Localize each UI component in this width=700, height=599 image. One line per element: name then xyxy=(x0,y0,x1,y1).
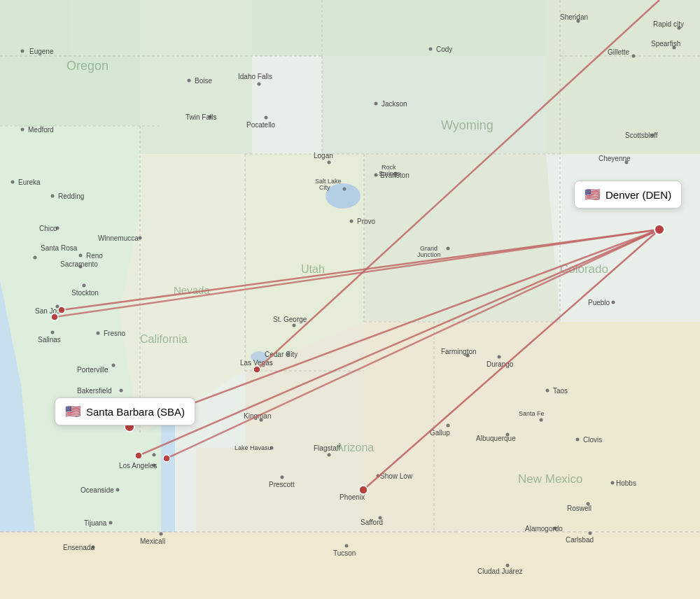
svg-point-66 xyxy=(188,79,191,83)
svg-text:Twin Falls: Twin Falls xyxy=(186,113,216,121)
sba-label: Santa Barbara (SBA) xyxy=(86,406,185,418)
svg-text:Bakersfield: Bakersfield xyxy=(77,387,111,395)
svg-text:California: California xyxy=(140,333,188,345)
svg-point-90 xyxy=(447,247,450,251)
svg-text:Winnemucca: Winnemucca xyxy=(98,234,139,242)
svg-point-121 xyxy=(540,418,543,422)
svg-text:Tijuana: Tijuana xyxy=(84,519,107,527)
svg-text:Safford: Safford xyxy=(360,519,383,526)
svg-text:Wyoming: Wyoming xyxy=(441,118,493,132)
svg-text:Clovis: Clovis xyxy=(583,436,602,444)
svg-text:Santa Rosa: Santa Rosa xyxy=(41,244,78,252)
svg-text:Fresno: Fresno xyxy=(104,330,126,337)
svg-text:City: City xyxy=(319,184,330,191)
svg-point-182 xyxy=(135,452,142,459)
svg-text:Jackson: Jackson xyxy=(382,100,407,108)
svg-point-36 xyxy=(21,50,24,53)
svg-point-64 xyxy=(139,237,142,240)
denver-label: Denver (DEN) xyxy=(606,189,671,201)
svg-text:Rapid city: Rapid city xyxy=(653,20,684,28)
svg-text:Ciudad Juárez: Ciudad Juárez xyxy=(477,568,522,575)
svg-point-119 xyxy=(546,389,550,393)
svg-marker-18 xyxy=(0,532,434,599)
svg-text:Utah: Utah xyxy=(301,263,325,275)
svg-text:Idaho Falls: Idaho Falls xyxy=(238,73,272,80)
svg-text:Taos: Taos xyxy=(553,387,568,395)
svg-point-99 xyxy=(281,476,284,479)
svg-text:Phoenix: Phoenix xyxy=(340,493,365,501)
svg-point-180 xyxy=(58,306,65,313)
svg-text:St. George: St. George xyxy=(273,316,307,323)
svg-text:Gillette: Gillette xyxy=(608,48,630,56)
svg-point-88 xyxy=(429,48,433,51)
svg-point-56 xyxy=(51,331,55,334)
svg-point-123 xyxy=(576,438,580,442)
svg-point-147 xyxy=(506,564,510,568)
svg-text:Arizona: Arizona xyxy=(336,442,374,453)
svg-text:Provo: Provo xyxy=(357,218,376,225)
svg-text:Chico: Chico xyxy=(39,225,57,232)
svg-text:Tucson: Tucson xyxy=(333,549,356,557)
svg-text:Junction: Junction xyxy=(417,251,441,258)
svg-text:Santa Fe: Santa Fe xyxy=(519,410,545,417)
svg-marker-9 xyxy=(364,154,560,322)
svg-point-155 xyxy=(116,488,120,492)
svg-point-16 xyxy=(326,183,360,209)
svg-point-44 xyxy=(51,195,55,198)
svg-point-183 xyxy=(163,455,170,462)
svg-point-62 xyxy=(120,389,123,393)
svg-text:New Mexico: New Mexico xyxy=(518,472,583,486)
svg-text:Scottsbluff: Scottsbluff xyxy=(625,132,658,139)
denver-flag: 🇺🇸 xyxy=(584,187,600,202)
svg-point-145 xyxy=(589,532,592,535)
svg-point-74 xyxy=(328,161,331,164)
svg-text:Reno: Reno xyxy=(86,252,103,260)
svg-point-76 xyxy=(374,174,378,177)
svg-text:Oregon: Oregon xyxy=(66,59,108,73)
svg-point-143 xyxy=(611,481,615,485)
svg-point-163 xyxy=(153,453,156,457)
svg-text:Redding: Redding xyxy=(58,192,84,200)
svg-text:Eureka: Eureka xyxy=(18,178,41,186)
svg-text:Los Angeles: Los Angeles xyxy=(119,462,158,470)
svg-point-38 xyxy=(21,128,24,132)
svg-text:Cheyenne: Cheyenne xyxy=(598,155,631,162)
svg-point-84 xyxy=(350,220,354,223)
svg-point-113 xyxy=(447,424,450,428)
svg-point-181 xyxy=(51,313,58,320)
svg-text:Pocatello: Pocatello xyxy=(246,121,276,129)
svg-point-58 xyxy=(97,332,100,335)
svg-text:Oceanside: Oceanside xyxy=(80,486,114,494)
svg-text:Logan: Logan xyxy=(314,152,333,160)
svg-text:Spearfish: Spearfish xyxy=(651,40,680,48)
svg-text:Boise: Boise xyxy=(195,77,212,85)
map-svg: Eugene Medford Eureka Santa Rosa Redding… xyxy=(0,0,700,599)
svg-point-131 xyxy=(632,55,636,58)
sba-flag: 🇺🇸 xyxy=(65,404,80,419)
svg-point-125 xyxy=(612,301,615,304)
svg-point-52 xyxy=(83,284,86,288)
svg-point-40 xyxy=(11,181,15,184)
svg-text:Alamogordo: Alamogordo xyxy=(525,525,563,533)
svg-point-101 xyxy=(293,324,296,327)
svg-text:Farmington: Farmington xyxy=(441,348,477,355)
svg-point-105 xyxy=(328,453,331,457)
svg-text:Prescott: Prescott xyxy=(269,481,295,488)
svg-text:Roswell: Roswell xyxy=(567,505,592,512)
svg-text:Lake Havasu: Lake Havasu xyxy=(234,444,272,451)
svg-text:Eugene: Eugene xyxy=(29,48,54,55)
svg-text:Gallup: Gallup xyxy=(430,429,450,437)
svg-point-157 xyxy=(109,521,113,525)
svg-text:Sacramento: Sacramento xyxy=(60,260,98,268)
svg-point-70 xyxy=(258,83,261,86)
svg-text:Stockton: Stockton xyxy=(71,289,99,297)
svg-text:Porterville: Porterville xyxy=(77,366,108,374)
svg-text:Ensenada: Ensenada xyxy=(63,544,94,551)
svg-text:Cody: Cody xyxy=(436,45,452,53)
map-container: Eugene Medford Eureka Santa Rosa Redding… xyxy=(0,0,700,599)
svg-text:Carlsbad: Carlsbad xyxy=(566,536,594,544)
denver-tooltip: 🇺🇸 Denver (DEN) xyxy=(574,181,682,209)
svg-point-184 xyxy=(253,366,260,373)
svg-text:Hobbs: Hobbs xyxy=(616,479,636,487)
svg-marker-10 xyxy=(322,56,560,154)
